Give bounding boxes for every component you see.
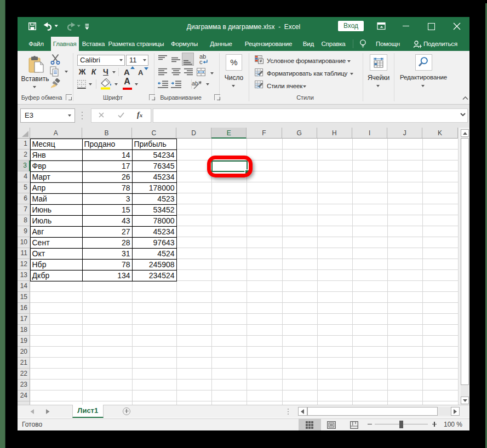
svg-text:c: c xyxy=(199,59,203,65)
